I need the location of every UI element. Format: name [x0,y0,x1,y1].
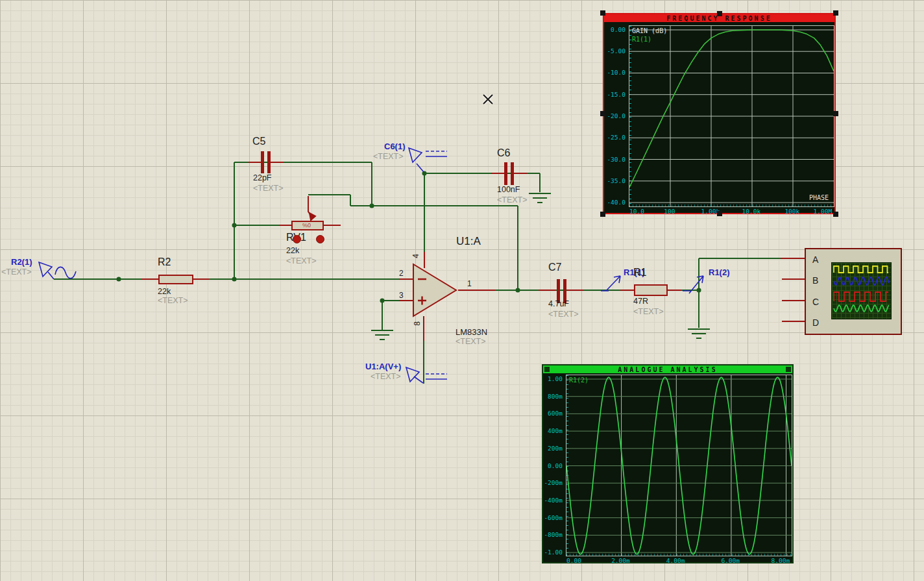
rv1-increment-dot[interactable] [316,235,324,243]
analogue-x-axis-labels: 0.002.00m4.00m6.00m8.00m [566,556,791,565]
c5-ref-label[interactable]: C5 [252,136,265,147]
rv1-text-placeholder: <TEXT> [286,257,317,266]
resize-handle[interactable] [600,111,605,116]
analogue-series-legend: R1(2) [569,377,589,384]
probe-u1a-vplus-icon[interactable] [406,367,447,383]
c5-value-label[interactable]: 22pF [253,174,272,182]
resize-handle[interactable] [833,212,838,217]
y-tick-label: -20.0 [607,112,626,119]
probe-u1a-vplus-label[interactable]: U1:A(V+) [365,362,401,371]
c6-value-label[interactable]: 100nF [497,186,520,194]
opamp-pin3-label: 3 [399,291,404,300]
y-tick-label: -400m [544,497,563,504]
resize-handle[interactable] [717,211,722,216]
scope-channel-b-label: B [812,275,818,286]
x-tick-label: 4.00m [666,557,685,564]
y-tick-label: 600m [548,410,563,417]
c7-ref-label[interactable]: C7 [548,262,561,273]
frequency-response-window[interactable]: FREQUENCY RESPONSE 0.00-5.00-10.0-15.0-2… [603,13,836,214]
opamp-pin8-label: 8 [413,321,422,326]
r2-value-label[interactable]: 22k [158,288,171,296]
probe-c6-1-icon[interactable] [409,148,447,172]
probe-u1a-vplus-text-placeholder: <TEXT> [371,373,401,381]
freq-y-axis-labels: 0.00-5.00-10.0-15.0-20.0-25.0-30.0-35.0-… [604,25,627,206]
probe-c6-1-label[interactable]: C6(1) [384,142,406,151]
rv1-decrement-dot[interactable] [293,235,301,243]
sine-generator-icon[interactable] [39,262,76,279]
analogue-analysis-titlebar[interactable]: ANALOGUE ANALYSIS [543,365,792,373]
y-tick-label: -10.0 [607,69,626,76]
resistor-r1[interactable] [635,285,667,295]
scope-channel-d-label: D [812,317,819,328]
resize-handle[interactable] [600,10,605,16]
y-tick-label: -600m [544,514,563,521]
y-tick-label: -800m [544,531,563,538]
scope-preview-screen [831,262,892,319]
resize-handle[interactable] [833,10,838,16]
resize-handle[interactable] [833,111,838,116]
x-tick-label: 100 [664,208,675,215]
x-tick-label: 10.0k [742,208,761,215]
freq-plot-area[interactable]: GAIN (dB) R1(1) PHASE [629,25,834,207]
c5-text-placeholder: <TEXT> [253,184,284,193]
c7-text-placeholder: <TEXT> [548,310,579,319]
opamp-text-placeholder: <TEXT> [456,338,486,346]
y-tick-label: -1.00 [544,549,563,556]
probe-r1-2-label[interactable]: R1(2) [709,268,730,277]
opamp-pin4-label: 4 [412,254,420,258]
probe-r1-1-icon[interactable] [601,276,620,291]
y-tick-label: 0.00 [611,26,626,33]
pot-rv1-wiper[interactable] [308,196,315,220]
opamp-part-label[interactable]: LM833N [456,328,487,337]
placement-cursor-icon [483,95,492,104]
y-tick-label: -30.0 [607,156,626,163]
resize-handle[interactable] [600,212,605,217]
freq-gain-legend: GAIN (dB) [632,27,667,34]
r1-text-placeholder: <TEXT> [633,308,664,316]
rv1-value-label[interactable]: 22k [286,247,299,255]
x-tick-label: 0.00 [566,557,581,564]
y-tick-label: -200m [544,479,563,486]
resistor-r2[interactable] [159,275,193,284]
c7-value-label[interactable]: 4.7uF [548,300,569,308]
r1-value-label[interactable]: 47R [633,297,648,306]
analogue-y-axis-labels: 1.00800m600m400m200m0.00-200m-400m-600m-… [543,375,564,555]
c6-text-placeholder: <TEXT> [497,196,528,204]
analogue-analysis-window[interactable]: ANALOGUE ANALYSIS 1.00800m600m400m200m0.… [542,364,794,563]
generator-text-placeholder: <TEXT> [1,268,32,277]
y-tick-label: -5.00 [607,47,626,55]
r2-text-placeholder: <TEXT> [158,297,188,305]
y-tick-label: 400m [548,427,563,434]
analogue-plot-area[interactable]: R1(2) [566,375,792,556]
titlebar-end-square [544,367,550,372]
c6-ref-label[interactable]: C6 [497,148,510,159]
y-tick-label: -40.0 [607,199,626,206]
oscilloscope-part[interactable]: A B C D [805,248,902,335]
generator-label[interactable]: R2(1) [11,258,32,267]
opamp-u1a[interactable] [413,264,456,316]
y-tick-label: 800m [548,393,563,400]
freq-phase-label[interactable]: PHASE [809,194,829,201]
opamp-pin2-label: 2 [399,269,404,278]
freq-x-axis-labels: 10.01001.00k10.0k100k1.00M [629,207,833,216]
freq-series-legend: R1(1) [632,36,651,43]
resize-handle[interactable] [717,11,722,16]
x-tick-label: 8.00m [772,557,790,564]
analogue-analysis-title: ANALOGUE ANALYSIS [618,366,717,373]
y-tick-label: -25.0 [607,134,626,141]
y-tick-label: -15.0 [607,91,626,98]
scope-channel-a-label: A [812,254,818,265]
scope-channel-c-label: C [812,297,819,307]
y-tick-label: 0.00 [548,462,563,469]
schematic-canvas[interactable]: R2(1) <TEXT> R2 22k <TEXT> C5 22pF <TEXT… [0,0,924,581]
probe-c6-1-text-placeholder: <TEXT> [373,153,404,161]
y-tick-label: -35.0 [607,177,626,184]
y-tick-label: 1.00 [548,375,563,382]
r2-ref-label[interactable]: R2 [158,257,171,268]
titlebar-end-square [786,367,791,372]
x-tick-label: 6.00m [721,557,740,564]
opamp-ref-label[interactable]: U1:A [456,236,481,247]
y-tick-label: 200m [548,445,563,452]
r1-ref-label[interactable]: R1 [633,267,646,278]
opamp-pin1-label: 1 [467,280,472,288]
